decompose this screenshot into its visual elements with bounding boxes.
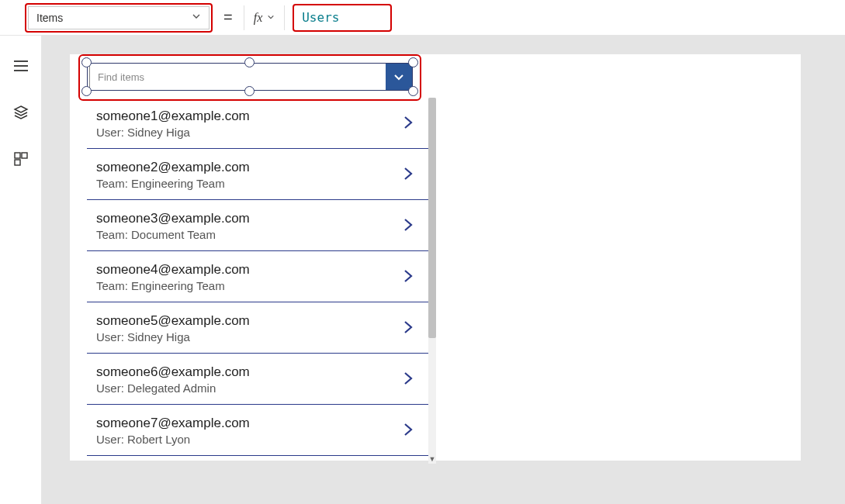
list-item-subtitle: User: Delegated Admin <box>96 381 250 395</box>
fx-button[interactable]: fx <box>244 5 286 30</box>
chevron-right-icon[interactable] <box>402 420 419 442</box>
list-item[interactable]: someone7@example.comUser: Robert Lyon <box>87 405 428 456</box>
chevron-right-icon[interactable] <box>402 267 419 288</box>
tree-view-button[interactable] <box>12 57 29 74</box>
property-selector[interactable]: Items <box>28 6 210 29</box>
chevron-down-icon <box>267 13 275 22</box>
insert-panel-button[interactable] <box>12 150 29 167</box>
list-item-text: someone7@example.comUser: Robert Lyon <box>96 416 250 446</box>
list-item-text: someone2@example.comTeam: Engineering Te… <box>96 160 250 190</box>
property-selector-value: Items <box>36 12 63 24</box>
list-item[interactable]: someone3@example.comTeam: Document Team <box>87 200 428 251</box>
list-item[interactable]: someone1@example.comUser: Sidney Higa <box>87 98 428 149</box>
list-item-text: someone1@example.comUser: Sidney Higa <box>96 109 250 139</box>
chevron-right-icon[interactable] <box>402 318 419 340</box>
chevron-right-icon[interactable] <box>402 113 419 135</box>
resize-handle-bottom-right[interactable] <box>408 86 418 96</box>
list-item-subtitle: User: Robert Lyon <box>96 433 250 446</box>
chevron-right-icon[interactable] <box>402 164 419 186</box>
data-panel-button[interactable] <box>12 104 29 121</box>
list-item-title: someone6@example.com <box>96 364 250 380</box>
app-screen[interactable]: someone1@example.comUser: Sidney Higasom… <box>70 54 801 461</box>
chevron-right-icon[interactable] <box>402 216 419 237</box>
list-item-text: someone6@example.comUser: Delegated Admi… <box>96 364 250 395</box>
list-item[interactable]: someone5@example.comUser: Sidney Higa <box>87 302 428 354</box>
list-item[interactable]: someone2@example.comTeam: Engineering Te… <box>87 149 428 200</box>
equals-sign: = <box>223 9 233 26</box>
gallery-scrollbar[interactable]: ▼ <box>428 98 436 462</box>
main-area: someone1@example.comUser: Sidney Higasom… <box>0 36 845 504</box>
list-item-title: someone3@example.com <box>96 211 250 226</box>
fx-label: fx <box>254 11 263 25</box>
gallery-control[interactable]: someone1@example.comUser: Sidney Higasom… <box>87 98 428 462</box>
resize-handle-top-left[interactable] <box>81 57 92 67</box>
combobox-dropdown-button[interactable] <box>386 64 412 90</box>
scrollbar-down-arrow[interactable]: ▼ <box>428 454 436 464</box>
list-item-text: someone5@example.comUser: Sidney Higa <box>96 313 250 343</box>
formula-input[interactable] <box>296 7 389 29</box>
list-item-subtitle: User: Sidney Higa <box>96 330 250 343</box>
resize-handle-bottom-middle[interactable] <box>244 86 255 96</box>
svg-rect-4 <box>15 153 20 158</box>
list-item-title: someone4@example.com <box>96 262 250 278</box>
list-item-text: someone4@example.comTeam: Engineering Te… <box>96 262 250 292</box>
list-item-title: someone1@example.com <box>96 109 250 124</box>
list-item[interactable]: someone6@example.comUser: Delegated Admi… <box>87 354 428 405</box>
chevron-down-icon <box>192 12 201 23</box>
list-item-subtitle: Team: Document Team <box>96 228 250 241</box>
list-item-subtitle: Team: Engineering Team <box>96 279 250 292</box>
list-item-text: someone3@example.comTeam: Document Team <box>96 211 250 241</box>
svg-rect-5 <box>22 153 27 158</box>
chevron-right-icon[interactable] <box>402 369 419 391</box>
scrollbar-thumb[interactable] <box>428 98 436 338</box>
formula-bar: Items = fx <box>0 0 845 36</box>
list-item-subtitle: User: Sidney Higa <box>96 126 250 139</box>
left-rail <box>0 36 42 504</box>
canvas-area: someone1@example.comUser: Sidney Higasom… <box>42 36 845 504</box>
svg-marker-3 <box>15 106 27 112</box>
combobox-input[interactable] <box>89 64 386 90</box>
resize-handle-top-right[interactable] <box>408 57 418 67</box>
list-item-title: someone2@example.com <box>96 160 250 175</box>
list-item[interactable]: someone4@example.comTeam: Engineering Te… <box>87 251 428 302</box>
list-item-title: someone7@example.com <box>96 416 250 431</box>
property-selector-highlight: Items <box>25 3 213 33</box>
resize-handle-top-middle[interactable] <box>244 57 255 67</box>
resize-handle-bottom-left[interactable] <box>81 86 92 96</box>
formula-input-highlight <box>293 4 392 32</box>
list-item-subtitle: Team: Engineering Team <box>96 177 250 190</box>
svg-rect-6 <box>15 160 20 165</box>
list-item-title: someone5@example.com <box>96 313 250 329</box>
